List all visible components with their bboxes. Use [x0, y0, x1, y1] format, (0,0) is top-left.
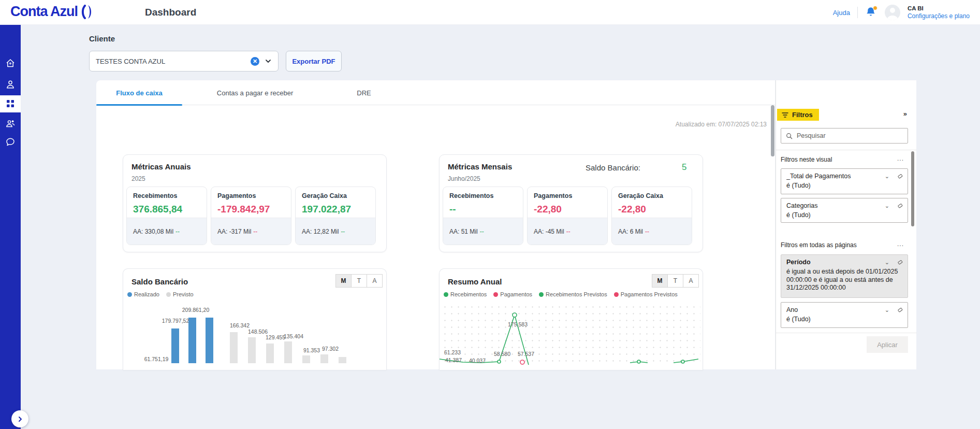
toggle-month-button[interactable]: M [335, 274, 352, 288]
metric-tile-recebimentos[interactable]: Recebimentos 376.865,84 AA: 330,08 Mil -… [126, 187, 207, 245]
bar-realizado[interactable] [206, 318, 213, 363]
data-point-marker[interactable] [681, 360, 684, 363]
bar-previsto[interactable] [339, 357, 346, 363]
granularity-toggle: M T A [652, 274, 699, 288]
eraser-icon[interactable] [897, 259, 903, 266]
chevron-down-icon[interactable]: ⌄ [885, 259, 889, 266]
metric-footer: AA: 51 Mil -- [443, 218, 523, 245]
filter-condition: é igual a ou está depois de 01/01/2025 0… [786, 268, 903, 292]
eraser-icon[interactable] [897, 173, 903, 180]
metric-footer-text: AA: -317 Mil [217, 228, 251, 235]
bar-previsto[interactable] [320, 354, 328, 363]
line-series[interactable] [674, 359, 698, 363]
card-metricas-mensais: Métricas Mensais Junho/2025 Saldo Bancár… [439, 154, 703, 252]
client-field-label: Cliente [89, 34, 115, 43]
bar-realizado[interactable] [188, 318, 196, 363]
chart-value-label: 209.861,20 [182, 307, 210, 313]
apply-filters-button[interactable]: Aplicar [867, 336, 908, 353]
card-title: Saldo Bancário [131, 277, 188, 286]
metric-tile-pagamentos[interactable]: Pagamentos -22,80 AA: -45 Mil -- [527, 187, 608, 245]
filters-visual-section-label: Filtros neste visual [781, 156, 832, 163]
legend-item[interactable]: Pagamentos Previstos [614, 291, 678, 297]
sidebar-expand-button[interactable] [11, 410, 28, 427]
bar-realizado[interactable] [171, 328, 179, 363]
legend-item[interactable]: Recebimentos [444, 291, 487, 297]
granularity-toggle: M T A [336, 274, 383, 288]
metric-footer: AA: -317 Mil -- [211, 218, 291, 245]
chart-value-label: 61.233 [444, 349, 461, 355]
collapse-filters-icon[interactable]: » [903, 110, 907, 118]
sidebar-item-home-icon[interactable] [5, 58, 16, 68]
clear-selection-icon[interactable]: ✕ [251, 57, 259, 66]
legend-item[interactable]: Realizado [127, 291, 159, 297]
data-point-marker[interactable] [520, 360, 524, 364]
filter-card-ano[interactable]: Ano ⌄ é (Tudo) [781, 302, 908, 328]
legend-item[interactable]: Previsto [166, 291, 194, 297]
bar-previsto[interactable] [248, 337, 256, 363]
filter-field-name: Período [786, 259, 885, 266]
export-pdf-button[interactable]: Exportar PDF [286, 51, 342, 72]
chevron-down-icon[interactable]: ⌄ [885, 173, 889, 180]
client-select[interactable]: TESTES CONTA AZUL ✕ [89, 51, 279, 72]
chevron-down-icon[interactable]: ⌄ [885, 203, 889, 209]
legend-item[interactable]: Recebimentos Previstos [539, 291, 607, 297]
saldo-bancario-label: Saldo Bancário: [586, 163, 640, 172]
filters-pane: Filtros » Filtros neste visual ... _Tota… [776, 80, 916, 369]
sidebar-item-chat-icon[interactable] [5, 137, 16, 147]
bar-previsto[interactable] [230, 332, 238, 363]
metric-tile-geracao-caixa[interactable]: Geração Caixa -22,80 AA: 6 Mil -- [611, 187, 692, 245]
eraser-icon[interactable] [897, 307, 903, 313]
filter-card-total-de-pagamentos[interactable]: _Total de Pagamentos ⌄ é (Tudo) [781, 168, 908, 194]
chart-value-label: 175.583 [508, 321, 528, 327]
metric-value: 197.022,87 [302, 204, 351, 215]
sidebar-item-clients-icon[interactable] [5, 118, 16, 128]
filters-search-input[interactable] [797, 132, 885, 139]
metric-footer-text: AA: 51 Mil [449, 228, 478, 235]
metric-label: Pagamentos [217, 192, 256, 199]
chevron-down-icon[interactable]: ⌄ [885, 307, 889, 313]
report-vertical-scrollbar[interactable] [771, 105, 774, 156]
legend-item[interactable]: Pagamentos [493, 291, 532, 297]
metric-tile-geracao-caixa[interactable]: Geração Caixa 197.022,87 AA: 12,82 Mil -… [295, 187, 376, 245]
eraser-icon[interactable] [897, 203, 903, 209]
toggle-quarter-button[interactable]: T [351, 274, 367, 288]
data-point-marker[interactable] [637, 360, 640, 363]
filter-card-categorias[interactable]: Categorias ⌄ é (Tudo) [781, 198, 908, 223]
toggle-year-button[interactable]: A [367, 274, 383, 288]
chart-value-label: 148.506 [248, 328, 268, 335]
user-name: CA BI [908, 5, 970, 12]
filters-search-box[interactable] [781, 128, 908, 144]
tab-fluxo-de-caixa[interactable]: Fluxo de caixa [96, 80, 182, 105]
sidebar-item-apps-active[interactable] [0, 95, 21, 112]
report-panel: Fluxo de caixa Contas a pagar e receber … [96, 80, 775, 369]
metric-tile-pagamentos[interactable]: Pagamentos -179.842,97 AA: -317 Mil -- [211, 187, 291, 245]
page-title: Dashboard [145, 7, 196, 18]
toggle-quarter-button[interactable]: T [667, 274, 683, 288]
more-options-icon[interactable]: ... [897, 155, 904, 162]
contaazul-logo[interactable]: Conta Azul [10, 4, 93, 20]
bar-previsto[interactable] [284, 341, 292, 363]
metric-tile-recebimentos[interactable]: Recebimentos -- AA: 51 Mil -- [443, 187, 523, 245]
more-options-icon[interactable]: ... [897, 240, 904, 248]
notifications-bell-icon[interactable] [865, 6, 877, 19]
bar-previsto[interactable] [266, 344, 274, 363]
filter-card-periodo[interactable]: Período ⌄ é igual a ou está depois de 01… [781, 254, 908, 298]
bar-previsto[interactable] [302, 355, 310, 363]
toggle-month-button[interactable]: M [652, 274, 668, 288]
filters-pane-title: Filtros [792, 111, 813, 119]
data-point-marker[interactable] [513, 313, 517, 317]
help-link[interactable]: Ajuda [833, 9, 850, 17]
sidebar-item-profile-icon[interactable] [5, 79, 16, 90]
chart-value-label: 58.580 [494, 351, 510, 357]
tab-dre[interactable]: DRE [328, 80, 400, 105]
toggle-year-button[interactable]: A [683, 274, 699, 288]
data-point-marker[interactable] [498, 360, 501, 363]
chart-value-label: 40.037 [469, 358, 486, 364]
settings-and-plan-link[interactable]: Configurações e plano [908, 12, 970, 20]
legend-dot-previsto [166, 292, 171, 297]
sidebar [0, 25, 21, 429]
avatar[interactable] [885, 5, 900, 20]
filters-scrollbar[interactable] [911, 151, 914, 226]
tab-contas-a-pagar-e-receber[interactable]: Contas a pagar e receber [182, 80, 328, 105]
metric-label: Geração Caixa [302, 192, 347, 199]
